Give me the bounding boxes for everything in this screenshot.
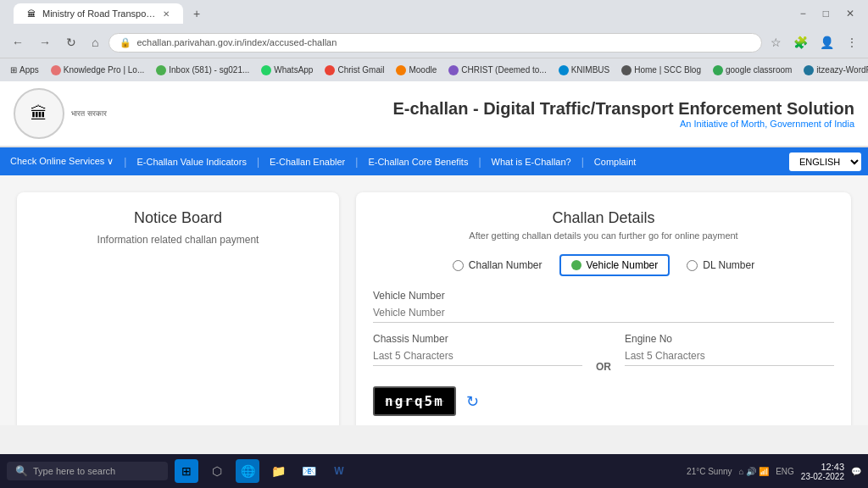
taskbar-mail[interactable]: 📧	[297, 459, 320, 483]
or-divider: OR	[596, 361, 611, 376]
tab-close-button[interactable]: ✕	[163, 9, 170, 19]
windows-icon: ⊞	[181, 464, 192, 478]
dl-number-radio[interactable]	[687, 260, 698, 271]
file-explorer-icon: 📁	[271, 464, 286, 478]
nav-what-is[interactable]: What is E-Challan?	[481, 148, 581, 175]
nav-enabler[interactable]: E-Challan Enabler	[259, 148, 355, 175]
home-button[interactable]: ⌂	[86, 34, 103, 51]
chassis-number-section: Chassis Number	[373, 333, 582, 366]
nav-core-benefits[interactable]: E-Challan Core Benefits	[358, 148, 478, 175]
captcha-refresh-button[interactable]: ↻	[466, 392, 479, 411]
title-bar: 🏛 Ministry of Road Transport and ... ✕ +…	[0, 0, 868, 27]
main-content: Notice Board Information related challan…	[0, 175, 868, 425]
taskbar-file-explorer[interactable]: 📁	[266, 459, 290, 483]
notice-board-subtitle: Information related challan payment	[97, 234, 259, 246]
bookmark-gmail[interactable]: Christ Gmail	[321, 64, 387, 77]
forward-button[interactable]: →	[34, 34, 56, 51]
bookmark-itzeazy[interactable]: itzeazy-WordPress	[800, 64, 868, 77]
classroom-icon	[713, 65, 723, 75]
word-icon: W	[334, 465, 343, 477]
vehicle-number-option-selected[interactable]: Vehicle Number	[559, 254, 670, 276]
logo-emblem: 🏛	[31, 104, 47, 124]
taskbar-task-view[interactable]: ⬡	[205, 459, 229, 483]
captcha-text: ngrq5m	[385, 393, 444, 409]
nav-links: Check Online Services ∨ | E-Challan Valu…	[0, 147, 789, 175]
taskbar-word[interactable]: W	[327, 459, 351, 483]
bookmark-button[interactable]: ☆	[767, 34, 785, 51]
chassis-number-input[interactable]	[373, 347, 582, 366]
search-type-radio-group: Challan Number Vehicle Number DL Number	[373, 254, 834, 276]
browser-chrome: 🏛 Ministry of Road Transport and ... ✕ +…	[0, 0, 868, 81]
moodle-icon	[396, 65, 406, 75]
address-input[interactable]: 🔒 echallan.parivahan.gov.in/index/accuse…	[108, 33, 762, 53]
scc-icon	[621, 65, 632, 75]
knimbus-icon	[559, 65, 569, 75]
engine-number-input[interactable]	[625, 347, 834, 366]
challan-number-label: Challan Number	[469, 259, 542, 271]
nav-check-online[interactable]: Check Online Services ∨	[0, 147, 124, 175]
whatsapp-icon	[261, 65, 271, 75]
dl-number-label: DL Number	[703, 259, 754, 271]
extensions-button[interactable]: 🧩	[790, 34, 811, 51]
bookmark-knowledge[interactable]: Knowledge Pro | Lo...	[47, 64, 147, 77]
bookmark-classroom[interactable]: google classroom	[709, 64, 795, 77]
maximize-button[interactable]: □	[816, 4, 836, 23]
bookmark-inbox[interactable]: Inbox (581) - sg021...	[153, 64, 253, 77]
language-indicator: ENG	[776, 467, 794, 476]
profile-button[interactable]: 👤	[816, 34, 837, 51]
nav-complaint[interactable]: Complaint	[584, 148, 647, 175]
taskbar-system-tray: 21°C Sunny ⌂ 🔊 📶 ENG 12:43 23-02-2022 💬	[687, 462, 861, 481]
challan-number-option[interactable]: Challan Number	[453, 259, 542, 271]
chassis-engine-row: Chassis Number OR Engine No	[373, 333, 834, 376]
challan-details-panel: Challan Details After getting challan de…	[356, 192, 851, 425]
knowledge-icon	[51, 65, 61, 75]
taskbar-icons: ⊞ ⬡ 🌐 📁 📧 W	[175, 459, 351, 483]
apps-icon: ⊞	[10, 65, 17, 75]
engine-number-section: Engine No	[625, 333, 834, 366]
bookmark-knimbus[interactable]: KNIMBUS	[555, 64, 614, 77]
new-tab-button[interactable]: +	[186, 3, 207, 24]
site-navigation: Check Online Services ∨ | E-Challan Valu…	[0, 147, 868, 175]
minimize-button[interactable]: −	[793, 4, 813, 23]
bookmark-moodle[interactable]: Moodle	[392, 64, 440, 77]
time: 12:43	[801, 462, 844, 472]
challan-number-radio[interactable]	[453, 260, 464, 271]
vehicle-number-input[interactable]	[373, 303, 834, 323]
chassis-number-label: Chassis Number	[373, 333, 582, 345]
bookmarks-bar: ⊞ Apps Knowledge Pro | Lo... Inbox (581)…	[0, 58, 868, 81]
window-controls: − □ ✕	[793, 4, 861, 23]
mail-icon: 📧	[302, 464, 316, 478]
bookmark-christ[interactable]: CHRIST (Deemed to...	[445, 64, 549, 77]
nav-value-indicators[interactable]: E-Challan Value Indicators	[126, 148, 256, 175]
refresh-button[interactable]: ↻	[61, 34, 81, 51]
captcha-row: ngrq5m ↻	[373, 386, 834, 416]
edge-icon: 🌐	[241, 464, 255, 478]
taskbar-windows-button[interactable]: ⊞	[175, 459, 198, 483]
taskbar-search-placeholder: Type here to search	[33, 466, 115, 476]
task-view-icon: ⬡	[212, 464, 222, 478]
more-button[interactable]: ⋮	[843, 34, 861, 51]
taskbar-search-box[interactable]: 🔍 Type here to search	[7, 462, 168, 480]
notification-button[interactable]: 💬	[851, 467, 861, 476]
vehicle-number-field-label: Vehicle Number	[373, 290, 834, 302]
bookmark-scc[interactable]: Home | SCC Blog	[618, 64, 704, 77]
language-selector[interactable]: ENGLISH	[789, 152, 861, 171]
government-logo: 🏛	[14, 88, 64, 139]
dl-number-option[interactable]: DL Number	[687, 259, 754, 271]
site-header: 🏛 भारत सरकार E-challan - Digital Traffic…	[0, 81, 868, 147]
bookmark-apps[interactable]: ⊞ Apps	[7, 64, 42, 76]
bookmark-whatsapp[interactable]: WhatsApp	[258, 64, 316, 77]
website-content: 🏛 भारत सरकार E-challan - Digital Traffic…	[0, 81, 868, 425]
site-subtitle: An Initiative of Morth, Government of In…	[392, 119, 854, 129]
close-button[interactable]: ✕	[839, 4, 861, 23]
taskbar: 🔍 Type here to search ⊞ ⬡ 🌐 📁 📧 W 21°C S…	[0, 454, 868, 488]
taskbar-edge-browser[interactable]: 🌐	[236, 459, 259, 483]
back-button[interactable]: ←	[7, 34, 29, 51]
lock-icon: 🔒	[120, 37, 131, 48]
address-bar: ← → ↻ ⌂ 🔒 echallan.parivahan.gov.in/inde…	[0, 27, 868, 58]
engine-number-label: Engine No	[625, 333, 834, 345]
clock: 12:43 23-02-2022	[801, 462, 844, 481]
url-text: echallan.parivahan.gov.in/index/accused-…	[136, 37, 337, 47]
browser-tab[interactable]: 🏛 Ministry of Road Transport and ... ✕	[14, 3, 183, 24]
inbox-icon	[156, 65, 166, 75]
